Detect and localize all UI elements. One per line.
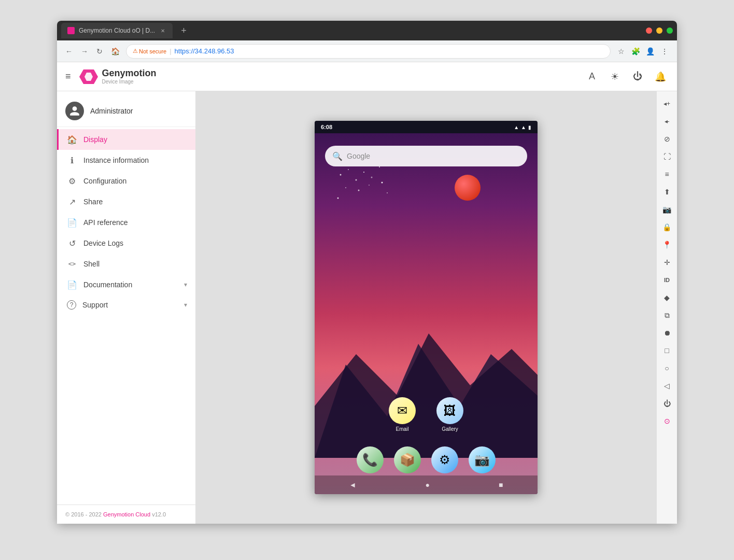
sidebar-item-share[interactable]: ↗ Share: [57, 191, 195, 212]
window-controls: [646, 27, 673, 34]
forward-navigation-button[interactable]: →: [79, 45, 90, 58]
user-profile-item[interactable]: Administrator: [57, 95, 195, 127]
app-subtitle: Device Image: [102, 79, 157, 85]
sidebar-nav: Administrator 🏠 Display ℹ Instance infor…: [57, 91, 195, 319]
recents-soft-button[interactable]: ◁: [659, 377, 675, 394]
email-app-icon[interactable]: ✉ Email: [389, 397, 416, 432]
app-logo: Genymotion Device Image: [79, 67, 157, 86]
minimize-window-button[interactable]: [656, 27, 662, 34]
browser-titlebar: Genymotion Cloud oO | D... ✕ +: [57, 21, 677, 40]
gps-button[interactable]: ✛: [659, 254, 675, 271]
phone-dock-icon[interactable]: 📞: [357, 446, 384, 473]
svg-point-5: [348, 169, 349, 170]
sidebar-item-documentation[interactable]: 📄 Documentation ▾: [57, 274, 195, 295]
browser-tab[interactable]: Genymotion Cloud oO | D... ✕: [61, 23, 173, 38]
security-warning: ⚠ Not secure: [133, 48, 166, 54]
settings-dock-icon[interactable]: ⚙: [431, 446, 458, 473]
maximize-window-button[interactable]: [667, 27, 673, 34]
notifications-button[interactable]: 🔔: [652, 68, 669, 85]
home-soft-button[interactable]: □: [659, 342, 675, 359]
instance-info-icon: ℹ: [67, 155, 77, 165]
display-label: Display: [83, 135, 187, 144]
camera-capture-button[interactable]: 📷: [659, 201, 675, 218]
android-recents-button[interactable]: ■: [499, 481, 503, 489]
svg-point-6: [356, 179, 357, 181]
upload-button[interactable]: ⬆: [659, 184, 675, 200]
documentation-icon: 📄: [67, 279, 77, 290]
gallery-label: Gallery: [442, 426, 458, 432]
sidebar-item-instance-information[interactable]: ℹ Instance information: [57, 150, 195, 171]
sidebar-item-support[interactable]: ? Support ▾: [57, 295, 195, 315]
sidebar-item-device-logs[interactable]: ↺ Device Logs: [57, 233, 195, 254]
svg-point-4: [340, 174, 342, 176]
android-status-bar: 6:08 ▲ ▲ ▮: [315, 121, 538, 133]
device-logs-icon: ↺: [67, 238, 77, 248]
back-navigation-button[interactable]: ←: [63, 45, 75, 58]
android-back-button[interactable]: ◄: [349, 481, 357, 489]
bookmark-icon[interactable]: ☆: [615, 45, 627, 58]
profile-icon[interactable]: 👤: [644, 45, 656, 58]
brightness-button[interactable]: ☀: [606, 68, 623, 85]
app-header: ≡ Genymotion Device Image A ☀ ⏻ 🔔: [57, 62, 677, 91]
fdroid-dock-icon[interactable]: 📦: [394, 446, 421, 473]
search-placeholder-text: Google: [347, 152, 370, 160]
lock-button[interactable]: 🔒: [659, 219, 675, 235]
screenshot-button[interactable]: ≡: [659, 166, 675, 183]
sidebar-item-configuration[interactable]: ⚙ Configuration: [57, 171, 195, 191]
sidebar-footer: © 2016 - 2022 Genymotion Cloud v12.0: [57, 505, 195, 524]
android-search-bar[interactable]: 🔍 Google: [325, 146, 527, 166]
right-toolbar: ◂+ ◂- ⊘ ⛶ ≡ ⬆ 📷 🔒 📍 ✛ ID ◆ ⧉ ⏺ □ ○ ◁ ⏻ ⊙: [656, 91, 677, 524]
sidebar-item-shell[interactable]: <> Shell: [57, 254, 195, 274]
documentation-label: Documentation: [83, 281, 178, 289]
rotate-button[interactable]: ⊘: [659, 131, 675, 147]
power-header-button[interactable]: ⏻: [629, 68, 646, 85]
browser-toolbar: ☆ 🧩 👤 ⋮: [615, 45, 671, 58]
google-search-bar[interactable]: 🔍 Google: [325, 146, 527, 166]
more-icon[interactable]: ⋮: [658, 45, 671, 58]
power-soft-button[interactable]: ⏻: [659, 395, 675, 412]
api-reference-label: API reference: [83, 218, 187, 227]
android-navigation-bar: ◄ ● ■: [315, 475, 538, 494]
extensions-icon[interactable]: 🧩: [629, 45, 642, 58]
search-icon-android: 🔍: [332, 151, 343, 161]
volume-up-button[interactable]: ◂+: [659, 95, 675, 112]
share-icon: ↗: [67, 197, 77, 207]
gallery-app-icon[interactable]: 🖼 Gallery: [436, 397, 463, 432]
planet-decoration: [455, 175, 481, 201]
svg-point-8: [371, 177, 373, 178]
wallpaper-mountains: [315, 302, 538, 458]
sidebar-item-display[interactable]: 🏠 Display: [57, 129, 195, 150]
alert-button[interactable]: ⊙: [659, 413, 675, 429]
android-home-button[interactable]: ●: [425, 481, 429, 489]
svg-point-11: [358, 190, 360, 191]
svg-point-10: [345, 187, 346, 188]
android-app-grid: ✉ Email 🖼 Gallery: [389, 397, 463, 432]
device-id-button[interactable]: ID: [659, 272, 675, 288]
fullscreen-button[interactable]: ⛶: [659, 148, 675, 165]
back-soft-button[interactable]: ○: [659, 360, 675, 376]
nfc-button[interactable]: ◆: [659, 289, 675, 306]
address-bar-box[interactable]: ⚠ Not secure | https://34.248.96.53: [126, 44, 611, 59]
tab-close-button[interactable]: ✕: [159, 27, 166, 34]
close-window-button[interactable]: [646, 27, 652, 34]
translate-button[interactable]: A: [584, 68, 600, 85]
location-button[interactable]: 📍: [659, 236, 675, 253]
sidebar-item-api-reference[interactable]: 📄 API reference: [57, 212, 195, 233]
volume-down-button[interactable]: ◂-: [659, 113, 675, 130]
camera-dock-icon[interactable]: 📷: [469, 446, 496, 473]
wifi-icon: ▲: [514, 124, 519, 130]
genymotion-cloud-link[interactable]: Genymotion Cloud: [103, 511, 150, 517]
reload-button[interactable]: ↻: [94, 45, 105, 58]
api-reference-icon: 📄: [67, 217, 77, 228]
tab-favicon: [67, 27, 75, 34]
browser-window: Genymotion Cloud oO | D... ✕ + ← → ↻ 🏠 ⚠…: [57, 21, 677, 524]
svg-point-12: [369, 185, 370, 186]
home-navigation-button[interactable]: 🏠: [109, 45, 122, 58]
device-logs-label: Device Logs: [83, 239, 187, 247]
new-tab-button[interactable]: +: [177, 25, 191, 36]
android-screen[interactable]: 🔍 Google ✉ Email 🖼: [315, 133, 538, 494]
support-icon: ?: [67, 300, 76, 310]
record-button[interactable]: ⏺: [659, 325, 675, 341]
hamburger-menu-button[interactable]: ≡: [65, 71, 71, 82]
clipboard-button[interactable]: ⧉: [659, 307, 675, 324]
